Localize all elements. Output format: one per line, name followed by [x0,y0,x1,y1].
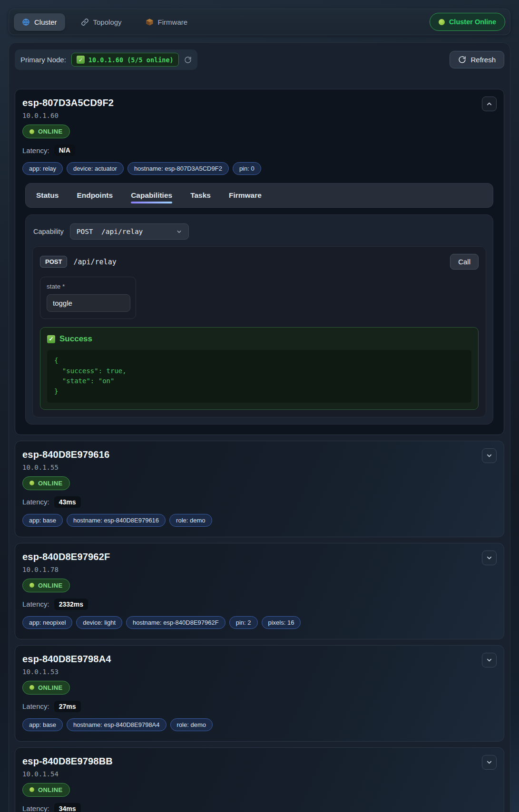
capability-select[interactable]: POST /api/relay [70,223,189,240]
tab-label: Topology [93,18,122,26]
tag-row: app: neopixel device: light hostname: es… [22,616,496,629]
node-ip: 10.0.1.55 [22,464,496,471]
online-dot-icon [29,583,34,588]
toolbar: Primary Node: 10.0.1.60 (5/5 online) Ref… [15,49,504,70]
node-title: esp-840D8E979616 [22,449,496,460]
endpoint-header: POST /api/relay Call [40,254,479,270]
tag: device: actuator [67,162,124,175]
primary-node-badge: 10.0.1.60 (5/5 online) [71,53,179,67]
success-panel: Success { "success": true, "state": "on"… [40,327,479,410]
sync-icon[interactable] [184,56,192,64]
response-json: { "success": true, "state": "on" } [47,350,471,403]
node-title: esp-840D8E9798A4 [22,654,496,665]
latency-value: 2332ms [54,599,88,610]
chevron-down-icon [486,657,493,664]
latency-value: 34ms [54,803,81,812]
latency-row: Latency: N/A [22,145,496,156]
status-text: ONLINE [38,786,63,793]
check-icon [47,335,55,343]
node-title: esp-807D3A5CD9F2 [22,97,496,108]
tab-tasks[interactable]: Tasks [190,184,211,207]
endpoint-path: /api/relay [73,258,116,266]
collapse-card-button[interactable] [482,97,497,111]
main-panel: Primary Node: 10.0.1.60 (5/5 online) Ref… [9,42,510,812]
latency-value: 27ms [54,701,81,712]
capability-row: Capability POST /api/relay [33,223,486,240]
tag: hostname: esp-840D8E9798A4 [67,718,166,731]
tab-status[interactable]: Status [36,184,59,207]
node-title: esp-840D8E9798BB [22,756,496,767]
latency-row: Latency: 2332ms [22,599,496,610]
capability-label: Capability [33,228,64,235]
tab-label: Cluster [34,18,57,26]
status-text: ONLINE [38,480,63,487]
check-icon [77,56,85,64]
success-title: Success [47,334,471,344]
top-navbar: Cluster Topology Firmware Cluster Online [9,9,510,35]
node-ip: 10.0.1.78 [22,566,496,573]
state-input[interactable] [47,294,130,312]
latency-value: N/A [54,145,75,156]
online-dot-icon [29,685,34,690]
chevron-down-icon [486,554,493,561]
status-badge: ONLINE [22,125,70,138]
tab-endpoints[interactable]: Endpoints [77,184,113,207]
node-ip: 10.0.1.53 [22,668,496,676]
expand-card-button[interactable] [482,755,497,770]
tab-cluster[interactable]: Cluster [14,13,65,31]
primary-node-value: 10.0.1.60 (5/5 online) [88,56,174,64]
node-detail: Status Endpoints Capabilities Tasks Firm… [22,183,496,425]
latency-label: Latency: [22,804,49,812]
primary-node-box: Primary Node: 10.0.1.60 (5/5 online) [15,49,197,70]
tab-label: Firmware [158,18,188,26]
tag-row: app: relay device: actuator hostname: es… [22,162,496,175]
online-dot-icon [29,481,34,485]
refresh-button[interactable]: Refresh [450,51,504,68]
status-badge: ONLINE [22,681,70,695]
link-icon [81,18,89,26]
expand-card-button[interactable] [482,448,497,463]
node-card: esp-840D8E97962F 10.0.1.78 ONLINE Latenc… [15,543,504,639]
latency-label: Latency: [22,702,49,710]
status-badge: ONLINE [22,476,70,490]
expand-card-button[interactable] [482,653,497,667]
status-badge: ONLINE [22,579,70,592]
param-box: state * [40,277,136,319]
call-button[interactable]: Call [450,254,479,270]
tag: role: demo [169,514,212,527]
tab-capabilities[interactable]: Capabilities [131,184,172,207]
latency-row: Latency: 43ms [22,496,496,508]
chevron-down-icon [486,452,493,459]
status-badge: ONLINE [22,783,70,797]
tab-firmware[interactable]: Firmware [137,13,196,31]
tag: hostname: esp-840D8E97962F [126,616,225,629]
success-label: Success [59,334,92,344]
globe-icon [22,18,30,26]
capability-selected-value: POST /api/relay [77,228,143,235]
tag-row: app: base hostname: esp-840D8E979616 rol… [22,514,496,527]
capabilities-panel: Capability POST /api/relay POST /api/rel… [25,214,493,425]
refresh-label: Refresh [470,56,496,64]
expand-card-button[interactable] [482,551,497,565]
tab-firmware-detail[interactable]: Firmware [229,184,262,207]
detail-tabs: Status Endpoints Capabilities Tasks Firm… [25,183,493,208]
tag: pin: 0 [233,162,261,175]
status-text: ONLINE [38,582,63,589]
endpoint-box: POST /api/relay Call state * Success [32,246,486,417]
tab-topology[interactable]: Topology [73,13,130,31]
cluster-status-label: Cluster Online [449,18,496,26]
latency-label: Latency: [22,600,49,608]
tag: app: relay [22,162,63,175]
chevron-up-icon [486,100,493,107]
tag: pixels: 16 [262,616,301,629]
page: Cluster Topology Firmware Cluster Online [0,0,519,812]
status-text: ONLINE [38,128,63,135]
tag: pin: 2 [229,616,258,629]
tag: app: base [22,718,63,731]
latency-row: Latency: 27ms [22,701,496,712]
node-title: esp-840D8E97962F [22,551,496,562]
online-dot-icon [29,787,34,792]
primary-node-label: Primary Node: [20,56,66,64]
node-card: esp-840D8E979616 10.0.1.55 ONLINE Latenc… [15,441,504,537]
tag: role: demo [170,718,213,731]
